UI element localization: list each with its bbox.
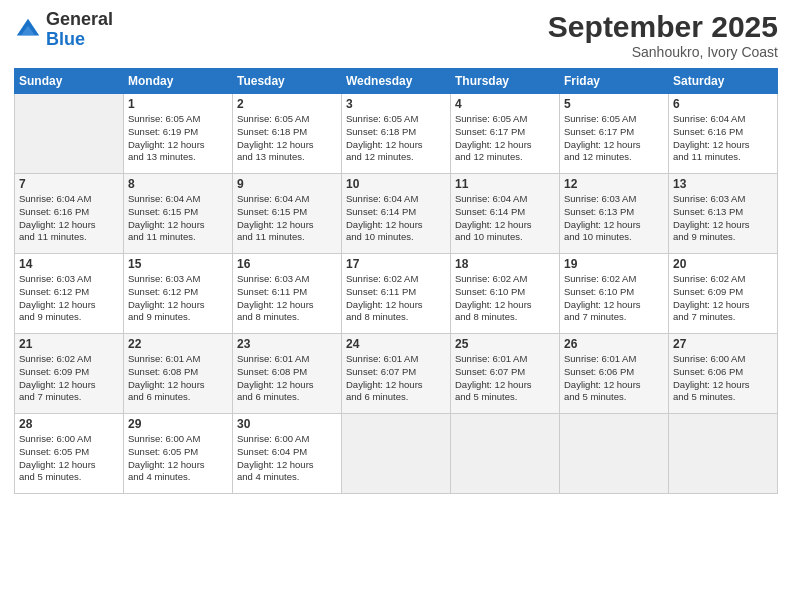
calendar-week-1: 1Sunrise: 6:05 AM Sunset: 6:19 PM Daylig… [15, 94, 778, 174]
day-number: 23 [237, 337, 337, 351]
day-info: Sunrise: 6:00 AM Sunset: 6:05 PM Dayligh… [128, 433, 228, 484]
calendar-cell [342, 414, 451, 494]
calendar-cell: 13Sunrise: 6:03 AM Sunset: 6:13 PM Dayli… [669, 174, 778, 254]
day-info: Sunrise: 6:05 AM Sunset: 6:18 PM Dayligh… [237, 113, 337, 164]
day-number: 9 [237, 177, 337, 191]
calendar-table: Sunday Monday Tuesday Wednesday Thursday… [14, 68, 778, 494]
day-number: 24 [346, 337, 446, 351]
calendar-cell: 27Sunrise: 6:00 AM Sunset: 6:06 PM Dayli… [669, 334, 778, 414]
day-number: 6 [673, 97, 773, 111]
logo-icon [14, 16, 42, 44]
day-number: 29 [128, 417, 228, 431]
day-info: Sunrise: 6:02 AM Sunset: 6:11 PM Dayligh… [346, 273, 446, 324]
calendar-cell: 25Sunrise: 6:01 AM Sunset: 6:07 PM Dayli… [451, 334, 560, 414]
calendar-cell [560, 414, 669, 494]
calendar-week-4: 21Sunrise: 6:02 AM Sunset: 6:09 PM Dayli… [15, 334, 778, 414]
day-info: Sunrise: 6:01 AM Sunset: 6:08 PM Dayligh… [128, 353, 228, 404]
calendar-week-3: 14Sunrise: 6:03 AM Sunset: 6:12 PM Dayli… [15, 254, 778, 334]
logo: General Blue [14, 10, 113, 50]
day-number: 13 [673, 177, 773, 191]
day-number: 5 [564, 97, 664, 111]
calendar-cell: 2Sunrise: 6:05 AM Sunset: 6:18 PM Daylig… [233, 94, 342, 174]
calendar-cell: 10Sunrise: 6:04 AM Sunset: 6:14 PM Dayli… [342, 174, 451, 254]
day-number: 10 [346, 177, 446, 191]
day-info: Sunrise: 6:05 AM Sunset: 6:17 PM Dayligh… [455, 113, 555, 164]
calendar-cell: 15Sunrise: 6:03 AM Sunset: 6:12 PM Dayli… [124, 254, 233, 334]
day-number: 2 [237, 97, 337, 111]
calendar-cell [451, 414, 560, 494]
day-info: Sunrise: 6:03 AM Sunset: 6:13 PM Dayligh… [564, 193, 664, 244]
day-info: Sunrise: 6:02 AM Sunset: 6:09 PM Dayligh… [19, 353, 119, 404]
day-info: Sunrise: 6:05 AM Sunset: 6:19 PM Dayligh… [128, 113, 228, 164]
calendar-cell: 17Sunrise: 6:02 AM Sunset: 6:11 PM Dayli… [342, 254, 451, 334]
logo-text: General Blue [46, 10, 113, 50]
calendar-cell [15, 94, 124, 174]
calendar-cell: 30Sunrise: 6:00 AM Sunset: 6:04 PM Dayli… [233, 414, 342, 494]
month-title: September 2025 [548, 10, 778, 44]
day-info: Sunrise: 6:04 AM Sunset: 6:14 PM Dayligh… [455, 193, 555, 244]
calendar-cell: 26Sunrise: 6:01 AM Sunset: 6:06 PM Dayli… [560, 334, 669, 414]
day-info: Sunrise: 6:01 AM Sunset: 6:07 PM Dayligh… [346, 353, 446, 404]
day-info: Sunrise: 6:00 AM Sunset: 6:04 PM Dayligh… [237, 433, 337, 484]
day-number: 15 [128, 257, 228, 271]
day-info: Sunrise: 6:05 AM Sunset: 6:17 PM Dayligh… [564, 113, 664, 164]
day-number: 22 [128, 337, 228, 351]
day-number: 21 [19, 337, 119, 351]
day-number: 3 [346, 97, 446, 111]
day-info: Sunrise: 6:04 AM Sunset: 6:16 PM Dayligh… [673, 113, 773, 164]
day-info: Sunrise: 6:00 AM Sunset: 6:06 PM Dayligh… [673, 353, 773, 404]
calendar-cell: 8Sunrise: 6:04 AM Sunset: 6:15 PM Daylig… [124, 174, 233, 254]
calendar-cell: 29Sunrise: 6:00 AM Sunset: 6:05 PM Dayli… [124, 414, 233, 494]
calendar-cell: 20Sunrise: 6:02 AM Sunset: 6:09 PM Dayli… [669, 254, 778, 334]
calendar-cell: 14Sunrise: 6:03 AM Sunset: 6:12 PM Dayli… [15, 254, 124, 334]
calendar-cell: 6Sunrise: 6:04 AM Sunset: 6:16 PM Daylig… [669, 94, 778, 174]
calendar-cell: 1Sunrise: 6:05 AM Sunset: 6:19 PM Daylig… [124, 94, 233, 174]
calendar-cell: 28Sunrise: 6:00 AM Sunset: 6:05 PM Dayli… [15, 414, 124, 494]
day-info: Sunrise: 6:03 AM Sunset: 6:12 PM Dayligh… [128, 273, 228, 324]
calendar-week-2: 7Sunrise: 6:04 AM Sunset: 6:16 PM Daylig… [15, 174, 778, 254]
calendar-cell: 5Sunrise: 6:05 AM Sunset: 6:17 PM Daylig… [560, 94, 669, 174]
calendar-cell: 24Sunrise: 6:01 AM Sunset: 6:07 PM Dayli… [342, 334, 451, 414]
day-number: 26 [564, 337, 664, 351]
day-number: 8 [128, 177, 228, 191]
calendar-body: 1Sunrise: 6:05 AM Sunset: 6:19 PM Daylig… [15, 94, 778, 494]
header: General Blue September 2025 Sanhoukro, I… [14, 10, 778, 60]
calendar-cell: 18Sunrise: 6:02 AM Sunset: 6:10 PM Dayli… [451, 254, 560, 334]
calendar-cell: 16Sunrise: 6:03 AM Sunset: 6:11 PM Dayli… [233, 254, 342, 334]
day-number: 4 [455, 97, 555, 111]
header-row: Sunday Monday Tuesday Wednesday Thursday… [15, 69, 778, 94]
header-tuesday: Tuesday [233, 69, 342, 94]
header-saturday: Saturday [669, 69, 778, 94]
day-number: 25 [455, 337, 555, 351]
day-info: Sunrise: 6:04 AM Sunset: 6:15 PM Dayligh… [128, 193, 228, 244]
calendar-header: Sunday Monday Tuesday Wednesday Thursday… [15, 69, 778, 94]
day-info: Sunrise: 6:03 AM Sunset: 6:13 PM Dayligh… [673, 193, 773, 244]
calendar-cell: 12Sunrise: 6:03 AM Sunset: 6:13 PM Dayli… [560, 174, 669, 254]
logo-blue-text: Blue [46, 30, 113, 50]
day-info: Sunrise: 6:05 AM Sunset: 6:18 PM Dayligh… [346, 113, 446, 164]
calendar-cell: 19Sunrise: 6:02 AM Sunset: 6:10 PM Dayli… [560, 254, 669, 334]
day-number: 28 [19, 417, 119, 431]
title-area: September 2025 Sanhoukro, Ivory Coast [548, 10, 778, 60]
calendar-cell [669, 414, 778, 494]
page: General Blue September 2025 Sanhoukro, I… [0, 0, 792, 612]
day-info: Sunrise: 6:02 AM Sunset: 6:09 PM Dayligh… [673, 273, 773, 324]
calendar-week-5: 28Sunrise: 6:00 AM Sunset: 6:05 PM Dayli… [15, 414, 778, 494]
calendar-cell: 3Sunrise: 6:05 AM Sunset: 6:18 PM Daylig… [342, 94, 451, 174]
day-info: Sunrise: 6:01 AM Sunset: 6:06 PM Dayligh… [564, 353, 664, 404]
day-number: 12 [564, 177, 664, 191]
calendar-cell: 7Sunrise: 6:04 AM Sunset: 6:16 PM Daylig… [15, 174, 124, 254]
day-info: Sunrise: 6:04 AM Sunset: 6:14 PM Dayligh… [346, 193, 446, 244]
day-number: 27 [673, 337, 773, 351]
day-number: 7 [19, 177, 119, 191]
day-number: 18 [455, 257, 555, 271]
day-info: Sunrise: 6:04 AM Sunset: 6:16 PM Dayligh… [19, 193, 119, 244]
header-wednesday: Wednesday [342, 69, 451, 94]
day-number: 11 [455, 177, 555, 191]
day-info: Sunrise: 6:02 AM Sunset: 6:10 PM Dayligh… [455, 273, 555, 324]
location-subtitle: Sanhoukro, Ivory Coast [548, 44, 778, 60]
day-info: Sunrise: 6:04 AM Sunset: 6:15 PM Dayligh… [237, 193, 337, 244]
day-info: Sunrise: 6:03 AM Sunset: 6:12 PM Dayligh… [19, 273, 119, 324]
day-number: 30 [237, 417, 337, 431]
header-thursday: Thursday [451, 69, 560, 94]
